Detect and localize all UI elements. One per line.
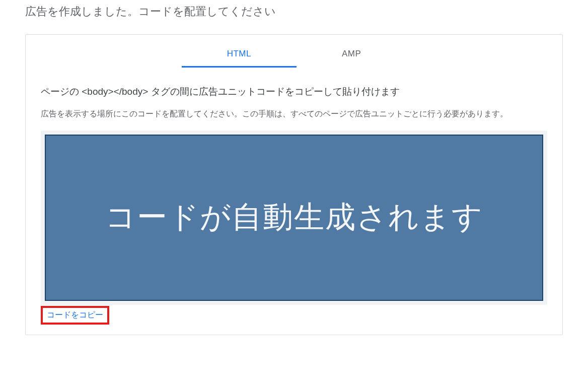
instruction-text: 広告を表示する場所にこのコードを配置してください。この手順は、すべてのページで広…	[41, 107, 547, 120]
code-area[interactable]: コードが自動生成されます	[45, 135, 543, 301]
code-area-wrapper: コードが自動生成されます	[41, 131, 547, 305]
page-title: 広告を作成しました。コードを配置してください	[25, 4, 563, 19]
tab-html[interactable]: HTML	[182, 40, 297, 68]
instruction-title: ページの <body></body> タグの間に広告ユニットコードをコピーして貼…	[41, 85, 547, 98]
code-placeholder-text: コードが自動生成されます	[105, 197, 483, 238]
tabs-container: HTML AMP	[41, 40, 547, 68]
copy-code-link[interactable]: コードをコピー	[47, 310, 103, 319]
tab-amp[interactable]: AMP	[297, 40, 406, 68]
code-card: HTML AMP ページの <body></body> タグの間に広告ユニットコ…	[25, 34, 563, 335]
copy-link-highlight: コードをコピー	[41, 306, 109, 325]
